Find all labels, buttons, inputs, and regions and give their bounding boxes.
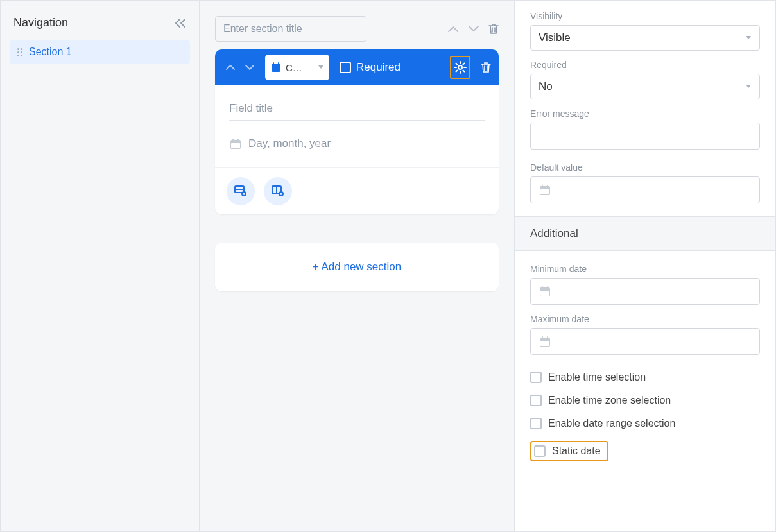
default-value-input[interactable]	[530, 176, 760, 203]
field-type-select[interactable]: C…	[265, 55, 329, 80]
field-card: C… Required	[215, 49, 499, 214]
error-message-input[interactable]	[530, 123, 760, 150]
date-preview: Day, month, year	[229, 137, 485, 157]
checkbox-icon	[530, 395, 542, 406]
required-select-label: Required	[530, 60, 760, 70]
field-footer	[215, 167, 499, 214]
add-column-button[interactable]	[264, 177, 292, 205]
svg-rect-23	[547, 286, 548, 289]
field-settings-button[interactable]	[450, 56, 470, 79]
checkbox-icon	[340, 62, 351, 73]
enable-tz-label: Enable time zone selection	[548, 395, 671, 406]
add-row-button[interactable]	[227, 177, 255, 205]
properties-panel: Visibility Visible Required No Error mes…	[514, 1, 775, 531]
svg-rect-8	[232, 139, 234, 141]
caret-down-icon	[318, 65, 324, 70]
chevron-down-icon	[468, 25, 479, 33]
minimum-date-input[interactable]	[530, 278, 760, 305]
svg-point-5	[458, 65, 462, 69]
maximum-date-input[interactable]	[530, 328, 760, 355]
add-section-label: + Add new section	[313, 261, 401, 273]
field-body: Day, month, year	[215, 85, 499, 167]
additional-group-header: Additional	[515, 216, 775, 251]
enable-range-label: Enable date range selection	[548, 418, 675, 429]
sidebar-item-label: Section 1	[29, 46, 72, 58]
svg-rect-9	[237, 139, 239, 141]
required-select[interactable]: No	[530, 74, 760, 99]
svg-rect-25	[540, 341, 549, 346]
section-actions	[447, 23, 499, 35]
enable-time-checkbox[interactable]: Enable time selection	[530, 372, 760, 383]
chevron-up-icon	[447, 25, 459, 33]
svg-rect-19	[547, 185, 548, 187]
trash-icon	[481, 62, 491, 73]
svg-rect-18	[542, 185, 543, 187]
field-toolbar: C… Required	[215, 49, 499, 85]
static-date-checkbox[interactable]: Static date	[530, 441, 608, 461]
add-section-button[interactable]: + Add new section	[215, 243, 499, 291]
field-delete-button[interactable]	[481, 62, 491, 73]
drag-handle-icon[interactable]	[17, 48, 22, 56]
enable-time-label: Enable time selection	[548, 372, 646, 383]
app-root: Navigation Section 1	[0, 0, 776, 532]
caret-down-icon	[745, 35, 752, 40]
svg-rect-26	[542, 336, 543, 339]
trash-icon	[488, 23, 499, 35]
svg-rect-22	[542, 286, 543, 289]
enable-range-checkbox[interactable]: Enable date range selection	[530, 418, 760, 429]
enable-tz-checkbox[interactable]: Enable time zone selection	[530, 395, 760, 406]
section-delete-button[interactable]	[488, 23, 499, 35]
section-move-up-button[interactable]	[447, 25, 459, 33]
checkbox-icon	[530, 372, 542, 383]
navigation-sidebar: Navigation Section 1	[1, 1, 200, 531]
svg-rect-27	[547, 336, 548, 339]
required-label: Required	[356, 61, 401, 74]
minimum-date-label: Minimum date	[530, 264, 760, 274]
error-message-label: Error message	[530, 108, 760, 119]
svg-rect-2	[273, 62, 274, 65]
calendar-icon	[539, 285, 551, 298]
required-value: No	[539, 80, 553, 93]
chevron-down-icon	[245, 64, 255, 71]
sidebar-title: Navigation	[13, 16, 68, 30]
add-column-icon	[272, 185, 284, 197]
calendar-icon	[539, 184, 551, 196]
svg-rect-17	[540, 189, 549, 194]
section-header-row	[215, 16, 499, 42]
section-title-input[interactable]	[215, 16, 366, 42]
svg-rect-3	[278, 62, 279, 65]
calendar-icon	[229, 137, 242, 150]
visibility-select[interactable]: Visible	[530, 25, 760, 51]
svg-rect-21	[540, 291, 549, 296]
field-title-input[interactable]	[229, 98, 485, 121]
checkbox-icon	[530, 418, 542, 429]
sidebar-item-section-1[interactable]: Section 1	[10, 40, 190, 64]
visibility-value: Visible	[539, 31, 571, 44]
field-move-down-button[interactable]	[242, 61, 257, 74]
maximum-date-label: Maximum date	[530, 314, 760, 324]
checkbox-icon	[534, 445, 546, 457]
caret-down-icon	[745, 84, 752, 89]
date-preview-text: Day, month, year	[248, 137, 331, 150]
svg-rect-7	[231, 143, 240, 148]
section-move-down-button[interactable]	[468, 25, 479, 33]
field-type-label: C…	[286, 62, 314, 73]
chevron-double-left-icon	[175, 19, 186, 28]
required-checkbox[interactable]: Required	[340, 61, 401, 74]
sidebar-header: Navigation	[10, 16, 190, 30]
calendar-icon	[270, 62, 282, 73]
collapse-sidebar-button[interactable]	[175, 19, 186, 28]
calendar-icon	[539, 335, 551, 348]
visibility-label: Visibility	[530, 11, 760, 21]
form-canvas: C… Required	[200, 1, 514, 531]
field-move-up-button[interactable]	[223, 61, 238, 74]
static-date-label: Static date	[552, 445, 601, 457]
gear-icon	[454, 61, 467, 74]
chevron-up-icon	[225, 64, 236, 71]
default-value-label: Default value	[530, 162, 760, 173]
add-row-icon	[234, 185, 247, 197]
